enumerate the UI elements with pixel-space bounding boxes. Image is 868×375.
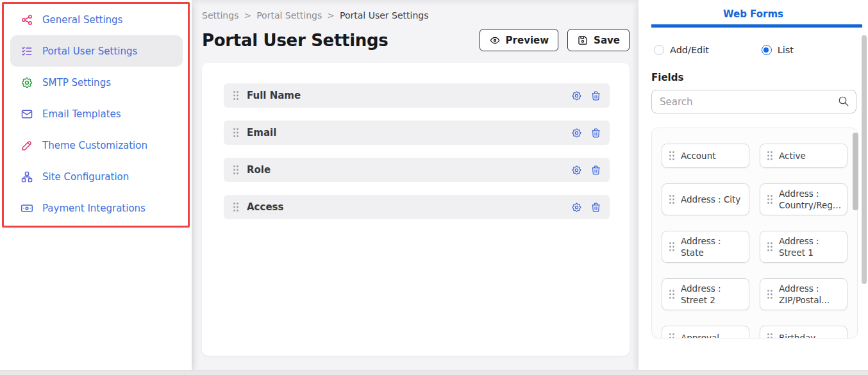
trash-icon[interactable]	[590, 165, 601, 176]
radio-add-edit[interactable]: Add/Edit	[654, 45, 709, 55]
breadcrumb-separator: >	[244, 10, 251, 21]
eye-icon	[489, 35, 501, 46]
field-row-full-name[interactable]: Full Name	[224, 83, 610, 108]
sidebar-item-label: Site Configuration	[42, 171, 129, 183]
tab-web-forms[interactable]: Web Forms	[638, 0, 868, 20]
sidebar-item-general-settings[interactable]: General Settings	[10, 4, 183, 35]
sidebar-item-smtp-settings[interactable]: SMTP Settings	[10, 67, 183, 98]
radio-list[interactable]: List	[762, 45, 794, 55]
trash-icon[interactable]	[590, 128, 601, 138]
sidebar-item-portal-user-settings[interactable]: Portal User Settings	[10, 35, 183, 67]
field-chip-label: Address : ZIP/Postal...	[779, 283, 842, 306]
drag-handle-icon[interactable]	[669, 242, 675, 252]
fields-heading: Fields	[651, 72, 855, 83]
gear-icon[interactable]	[571, 202, 582, 213]
gear-icon	[21, 76, 33, 89]
field-row-label: Full Name	[247, 90, 301, 101]
drag-handle-icon[interactable]	[767, 289, 773, 299]
banknote-icon	[21, 202, 33, 215]
breadcrumb-item-portal-user-settings: Portal User Settings	[340, 10, 428, 21]
field-chip-address-country-regi[interactable]: Address : Country/Regi...	[760, 183, 847, 215]
pen-icon	[21, 139, 33, 152]
field-chip-label: Account	[681, 150, 716, 162]
breadcrumb-separator: >	[327, 10, 335, 21]
page-title: Portal User Settings	[202, 31, 388, 50]
drag-handle-icon[interactable]	[669, 289, 675, 299]
preview-button[interactable]: Preview	[480, 29, 559, 51]
sidebar-item-payment-integrations[interactable]: Payment Integrations	[10, 192, 183, 224]
gear-icon[interactable]	[571, 128, 582, 138]
drag-handle-icon[interactable]	[233, 128, 239, 138]
field-chips-container: Account Active Address : City Address : …	[651, 128, 858, 338]
field-row-access[interactable]: Access	[224, 195, 610, 219]
settings-sidebar: General Settings Portal User Settings SM…	[0, 0, 192, 375]
field-chip-birthday[interactable]: Birthday	[760, 326, 847, 338]
envelope-icon	[21, 108, 33, 121]
field-chip-address-street-2[interactable]: Address : Street 2	[662, 278, 749, 310]
sidebar-item-theme-customization[interactable]: Theme Customization	[10, 129, 183, 161]
drag-handle-icon[interactable]	[767, 151, 773, 161]
drag-handle-icon[interactable]	[233, 202, 239, 212]
field-chip-approval[interactable]: Approval	[662, 326, 749, 338]
radio-icon[interactable]	[762, 45, 772, 55]
field-chip-label: Address : Street 1	[779, 235, 842, 258]
drag-handle-icon[interactable]	[669, 151, 675, 161]
sidebar-item-label: Portal User Settings	[42, 46, 137, 57]
drag-handle-icon[interactable]	[669, 194, 675, 204]
drag-handle-icon[interactable]	[767, 333, 773, 338]
radio-label: List	[778, 45, 794, 55]
breadcrumb-item-settings[interactable]: Settings	[202, 10, 238, 21]
field-row-label: Role	[247, 164, 271, 176]
radio-icon[interactable]	[654, 45, 664, 55]
breadcrumb-item-portal-settings[interactable]: Portal Settings	[256, 10, 322, 21]
drag-handle-icon[interactable]	[767, 194, 773, 204]
sidebar-item-label: Email Templates	[42, 108, 121, 120]
breadcrumb: Settings>Portal Settings>Portal User Set…	[202, 10, 630, 21]
horizontal-scrollbar[interactable]	[0, 370, 868, 375]
sitemap-icon	[21, 171, 33, 183]
fields-card: Full Name Email Role Access	[202, 63, 630, 356]
field-chip-account[interactable]: Account	[662, 144, 749, 168]
trash-icon[interactable]	[590, 90, 601, 101]
field-chip-label: Address : Street 2	[681, 283, 744, 306]
floppy-icon	[577, 35, 588, 46]
drag-handle-icon[interactable]	[233, 165, 239, 175]
field-chip-address-zip-postal[interactable]: Address : ZIP/Postal...	[760, 278, 847, 310]
field-chip-address-state[interactable]: Address : State	[662, 231, 749, 263]
gear-icon[interactable]	[571, 90, 582, 101]
sidebar-item-email-templates[interactable]: Email Templates	[10, 98, 183, 129]
sidebar-item-label: General Settings	[42, 14, 122, 26]
view-mode-radios: Add/Edit List	[654, 45, 855, 55]
field-chip-label: Address : Country/Regi...	[779, 188, 842, 211]
panel-scrollbar[interactable]	[862, 35, 867, 284]
sidebar-item-label: Theme Customization	[42, 140, 147, 151]
field-chip-label: Active	[779, 150, 806, 162]
field-search	[651, 90, 856, 113]
field-chip-label: Approval	[681, 332, 719, 338]
gear-icon[interactable]	[571, 165, 582, 176]
field-row-role[interactable]: Role	[224, 158, 610, 182]
search-input[interactable]	[651, 90, 856, 113]
drag-handle-icon[interactable]	[767, 242, 773, 252]
field-chip-address-city[interactable]: Address : City	[662, 183, 749, 215]
radio-label: Add/Edit	[670, 45, 709, 55]
field-row-email[interactable]: Email	[224, 121, 610, 145]
field-chip-label: Address : City	[681, 194, 740, 205]
checklist-icon	[21, 45, 33, 58]
sidebar-item-site-configuration[interactable]: Site Configuration	[10, 161, 183, 192]
chips-scrollbar[interactable]	[853, 133, 858, 210]
tab-active-indicator	[651, 24, 862, 28]
sidebar-item-label: SMTP Settings	[42, 77, 111, 88]
trash-icon[interactable]	[590, 202, 601, 213]
save-button[interactable]: Save	[567, 29, 630, 51]
field-chip-address-street-1[interactable]: Address : Street 1	[760, 231, 847, 263]
field-row-label: Access	[247, 201, 283, 213]
field-row-label: Email	[247, 127, 276, 138]
search-icon	[838, 96, 849, 107]
drag-handle-icon[interactable]	[669, 333, 675, 338]
web-forms-panel: Web Forms Add/Edit List Fields Account A…	[638, 0, 868, 375]
drag-handle-icon[interactable]	[233, 90, 239, 101]
field-chip-active[interactable]: Active	[760, 144, 847, 168]
sidebar-item-label: Payment Integrations	[42, 203, 146, 214]
main-content: Settings>Portal Settings>Portal User Set…	[192, 0, 638, 375]
